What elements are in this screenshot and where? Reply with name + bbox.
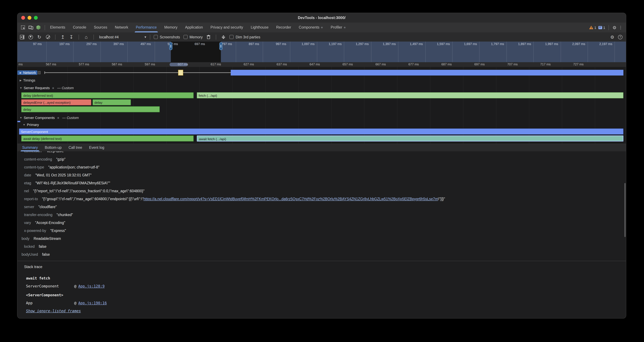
collapse-recording-icon[interactable] [221, 35, 226, 40]
flame-bar-delay[interactable]: delay [22, 106, 160, 112]
tab-recorder[interactable]: Recorder [272, 23, 295, 32]
tab-event-log[interactable]: Event log [86, 144, 108, 151]
overview-tick: 1,497 ms [404, 42, 429, 46]
collapse-triangle-icon[interactable]: ▼ [20, 116, 22, 119]
flame-bar-servercomponent[interactable]: ServerComponent [19, 129, 624, 135]
primary-subtrack-header[interactable]: ▼ Primary [18, 122, 626, 128]
network-track-label[interactable]: ▶ Network [18, 71, 37, 75]
detail-time-ruler[interactable]: ms 567 ms577 ms587 ms597 ms607 ms617 ms6… [18, 62, 626, 67]
flame-bar-await-fetch-api--selected[interactable]: await fetch (.../api) [197, 135, 624, 142]
track-resize-handle[interactable] [38, 71, 40, 74]
server-requests-header[interactable]: ▼ Server Requests ✳ — Custom [18, 85, 626, 91]
tab-bottom-up[interactable]: Bottom-up [41, 144, 65, 151]
network-request-long[interactable] [231, 70, 624, 76]
ruler-tick: 587 ms [112, 63, 122, 66]
home-icon[interactable]: ⌂ [84, 35, 89, 40]
network-request-short[interactable] [178, 70, 183, 76]
devtools-tab-bar: ElementsConsoleSourcesNetworkPerformance… [18, 23, 626, 32]
history-select[interactable]: localhost #4 ▼ [97, 35, 149, 39]
tab-lighthouse[interactable]: Lighthouse [247, 23, 272, 32]
details-tab-bar: SummaryBottom-upCall treeEvent log [18, 144, 626, 152]
checkbox-box [230, 35, 234, 39]
help-icon[interactable]: ? [618, 35, 623, 40]
tab-performance[interactable]: Performance [132, 23, 160, 32]
flame-bar-await-delay-deferred-text-[interactable]: await delay (deferred text) [22, 135, 194, 142]
overview-tick: 497 ms [133, 42, 158, 46]
settings-gear-icon[interactable]: ⚙ [612, 25, 616, 30]
scrollbar-thumb[interactable] [624, 183, 626, 237]
overview-tick: 1,197 ms [322, 42, 348, 46]
expand-triangle-icon[interactable]: ▶ [20, 79, 22, 82]
toggle-sidebar-icon[interactable] [20, 35, 25, 40]
tab-components[interactable]: Components✳ [295, 23, 327, 32]
save-profile-icon[interactable]: ↧ [69, 35, 74, 40]
show-ignore-listed-frames-link[interactable]: Show ignore-listed frames [26, 309, 81, 313]
expand-triangle-icon[interactable]: ▶ [20, 71, 22, 74]
tab-summary[interactable]: Summary [19, 144, 41, 151]
flame-bar-delay-deferred-text-[interactable]: delay (deferred text) [22, 92, 194, 98]
ruler-tick: 627 ms [244, 63, 254, 66]
kebab-menu-icon[interactable]: ⋮ [619, 25, 623, 30]
stack-frame: <ServerComponent> [26, 293, 623, 297]
selection-right-handle[interactable] [219, 42, 222, 50]
property-row-body: bodyReadableStream [18, 236, 626, 241]
tab-application[interactable]: Application [181, 23, 207, 32]
nodejs-icon[interactable] [36, 25, 41, 30]
tab-call-tree[interactable]: Call tree [65, 144, 86, 151]
flame-bar-fetch-api-[interactable]: fetch (.../api) [197, 92, 624, 98]
load-profile-icon[interactable]: ↥ [60, 35, 65, 40]
stack-frame: Show ignore-listed frames [26, 309, 623, 313]
flame-bar-delayederror-ayed-exception-[interactable]: delayedError (...ayed exception) [22, 99, 91, 105]
inspect-element-icon[interactable] [20, 25, 26, 30]
dim-3rd-parties-checkbox[interactable]: Dim 3rd parties [230, 35, 260, 39]
tab-profiler[interactable]: Profiler✳ [327, 23, 350, 32]
device-toolbar-icon[interactable] [28, 25, 33, 30]
property-key: content-type [24, 165, 44, 169]
network-summary-line [44, 72, 231, 73]
server-components-header[interactable]: ▼ Server Components ✳ — Custom [18, 115, 626, 121]
window-title: DevTools - localhost:3000/ [18, 13, 626, 23]
tab-elements[interactable]: Elements [46, 23, 69, 32]
selection-left-handle[interactable] [169, 42, 172, 50]
timeline-overview[interactable]: 97 ms197 ms297 ms397 ms497 ms597 ms697 m… [18, 42, 626, 62]
collapse-triangle-icon[interactable]: ▼ [23, 123, 25, 126]
frame-function: ServerComponent [26, 284, 74, 288]
tab-console[interactable]: Console [69, 23, 90, 32]
property-value: false [42, 252, 50, 256]
source-location-link[interactable]: App.js:128:9 [78, 284, 104, 288]
warning-badge[interactable]: 1 [589, 26, 596, 29]
tab-sources[interactable]: Sources [90, 23, 111, 32]
property-row-locked: lockedfalse [18, 244, 626, 249]
overview-tick: 397 ms [106, 42, 131, 46]
collapse-triangle-icon[interactable]: ▼ [20, 87, 22, 89]
reload-record-icon[interactable]: ↻ [37, 35, 42, 40]
extension-atom-icon: ✳ [57, 116, 60, 120]
property-row-vary: vary"Accept-Encoding" [18, 220, 626, 226]
memory-checkbox[interactable]: Memory [184, 35, 203, 39]
tab-privacy-and-security[interactable]: Privacy and security [207, 23, 247, 32]
tab-network[interactable]: Network [111, 23, 132, 32]
flame-bar-delay[interactable]: delay [92, 99, 131, 105]
garbage-collect-icon[interactable] [206, 35, 211, 40]
frame-function: App [26, 301, 74, 305]
record-icon[interactable] [28, 35, 33, 40]
capture-settings-gear-icon[interactable]: ⚙ [610, 35, 614, 39]
overview-tick: 2,097 ms [566, 42, 592, 46]
clear-icon[interactable] [45, 35, 50, 40]
issues-badge[interactable]: 1 [598, 26, 605, 29]
source-location-link[interactable]: App.js:190:16 [78, 301, 107, 305]
property-value: "cloudflare" [38, 205, 57, 209]
extension-atom-icon: ✳ [344, 26, 346, 29]
property-row-content-type: content-type"application/json; charset=u… [18, 165, 626, 170]
screenshots-checkbox[interactable]: Screenshots [154, 35, 180, 39]
ruler-tick: 727 ms [573, 63, 584, 66]
overview-tick: 797 ms [214, 42, 240, 46]
ruler-unit: ms [18, 63, 23, 66]
summary-pane[interactable]: connection"keep-alive"content-encoding"g… [18, 151, 626, 318]
timings-track-row[interactable]: ▶ Timings [18, 77, 626, 84]
flame-chart[interactable]: ▶ Network ▶ Timings ▼ Server Requests ✳ … [18, 67, 626, 144]
devtools-window: DevTools - localhost:3000/ ElementsConso… [17, 13, 626, 318]
report-to-url-link[interactable]: https://a.nel.cloudflare.com/report/v4?s… [144, 197, 438, 201]
tab-memory[interactable]: Memory [160, 23, 181, 32]
overview-tick: 1,097 ms [296, 42, 321, 46]
